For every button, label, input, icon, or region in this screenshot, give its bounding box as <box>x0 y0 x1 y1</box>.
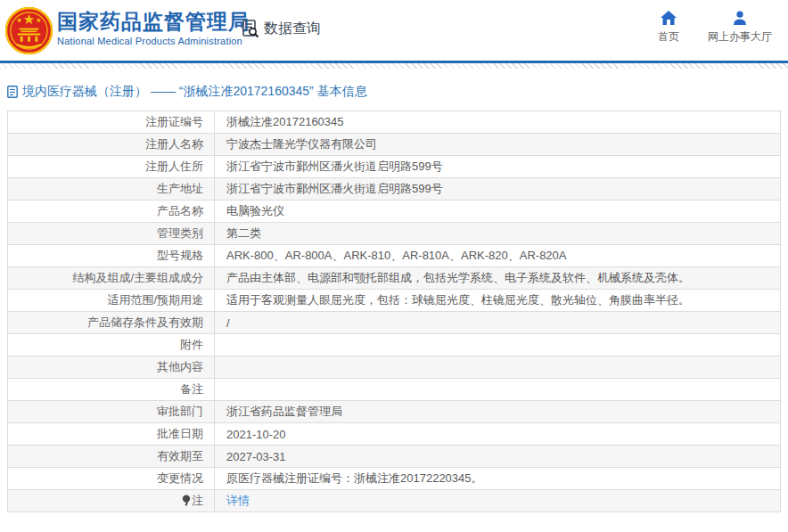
row-label: 注 <box>8 490 215 512</box>
row-value: 浙江省宁波市鄞州区潘火街道启明路599号 <box>215 156 781 178</box>
row-value-text: 适用于客观测量人眼屈光度，包括：球镜屈光度、柱镜屈光度、散光轴位、角膜曲率半径。 <box>226 293 690 307</box>
table-row: 注详情 <box>8 490 781 512</box>
row-value-text: 浙江省宁波市鄞州区潘火街道启明路599号 <box>226 182 443 195</box>
data-query-icon <box>241 19 260 38</box>
row-value: / <box>215 312 781 334</box>
row-value-text: 产品由主体部、电源部和颚托部组成，包括光学系统、电子系统及软件、机械系统及壳体。 <box>226 271 690 284</box>
row-label-text: 注册人住所 <box>145 160 203 173</box>
row-label: 结构及组成/主要组成成分 <box>8 267 215 290</box>
user-icon <box>733 11 747 25</box>
site-header: 国家药品监督管理局 National Medical Products Admi… <box>0 0 788 61</box>
row-value-text: 2021-10-20 <box>226 428 286 441</box>
home-icon <box>661 11 677 25</box>
row-value: 原医疗器械注册证编号：浙械注准20172220345。 <box>215 468 781 490</box>
row-label-text: 附件 <box>180 338 203 351</box>
row-label: 批准日期 <box>8 423 215 446</box>
nav-home-label: 首页 <box>658 29 679 45</box>
row-value-text: ARK-800、AR-800A、ARK-810、AR-810A、ARK-820、… <box>226 249 567 262</box>
table-row: 有效期至2027-03-31 <box>8 446 781 468</box>
site-subtitle: National Medical Products Administration <box>57 36 250 46</box>
row-value: ARK-800、AR-800A、ARK-810、AR-810A、ARK-820、… <box>215 245 781 267</box>
detail-link[interactable]: 详情 <box>226 494 250 507</box>
row-label-text: 其他内容 <box>157 360 203 373</box>
row-value-text: 2027-03-31 <box>226 450 286 463</box>
nav-service-hall-label: 网上办事大厅 <box>708 29 772 45</box>
row-label-text: 生产地址 <box>157 182 203 195</box>
row-value-text: 第二类 <box>226 226 261 240</box>
row-label-text: 备注 <box>180 382 203 396</box>
row-label-text: 管理类别 <box>157 226 203 240</box>
row-label-text: 变更情况 <box>157 471 203 485</box>
row-label: 管理类别 <box>8 223 215 245</box>
row-label-text: 有效期至 <box>157 449 203 462</box>
row-label: 备注 <box>8 379 215 401</box>
table-row: 适用范围/预期用途适用于客观测量人眼屈光度，包括：球镜屈光度、柱镜屈光度、散光轴… <box>8 290 781 312</box>
row-value: 浙江省药品监督管理局 <box>215 401 781 423</box>
row-label: 审批部门 <box>8 401 215 423</box>
page-title: 境内医疗器械（注册） —— “浙械注准20172160345” 基本信息 <box>7 84 788 100</box>
row-value-text: / <box>226 316 230 330</box>
row-value-text: 浙械注准20172160345 <box>226 115 344 128</box>
page-title-text: 境内医疗器械（注册） —— “浙械注准20172160345” 基本信息 <box>22 84 367 100</box>
row-label-text: 批准日期 <box>157 427 203 440</box>
table-row: 备注 <box>8 379 781 401</box>
row-value: 宁波杰士隆光学仪器有限公司 <box>215 134 781 156</box>
table-row: 生产地址浙江省宁波市鄞州区潘火街道启明路599号 <box>8 178 781 201</box>
brand-block: 国家药品监督管理局 National Medical Products Admi… <box>57 10 250 46</box>
row-label-text: 结构及组成/主要组成成分 <box>72 271 203 284</box>
row-value-text: 原医疗器械注册证编号：浙械注准20172220345。 <box>226 471 483 485</box>
nav-home[interactable]: 首页 <box>658 11 679 45</box>
nav-service-hall[interactable]: 网上办事大厅 <box>708 11 772 45</box>
row-value: 电脑验光仪 <box>215 201 781 223</box>
row-label-text: 审批部门 <box>157 405 203 418</box>
row-label: 变更情况 <box>8 468 215 490</box>
row-value <box>215 379 781 401</box>
row-label: 注册人名称 <box>8 134 215 156</box>
table-row: 审批部门浙江省药品监督管理局 <box>8 401 781 423</box>
row-value: 浙械注准20172160345 <box>215 111 781 134</box>
row-label-text: 注 <box>192 494 203 507</box>
table-row: 附件 <box>8 334 781 356</box>
row-label: 注册证编号 <box>8 111 215 134</box>
row-value: 浙江省宁波市鄞州区潘火街道启明路599号 <box>215 178 781 201</box>
table-row: 产品储存条件及有效期/ <box>8 312 781 334</box>
row-value-text: 浙江省药品监督管理局 <box>226 405 342 418</box>
row-label: 注册人住所 <box>8 156 215 178</box>
row-label-text: 适用范围/预期用途 <box>107 293 203 307</box>
row-value: 2027-03-31 <box>215 446 781 468</box>
table-row: 结构及组成/主要组成成分产品由主体部、电源部和颚托部组成，包括光学系统、电子系统… <box>8 267 781 290</box>
data-query-label: 数据查询 <box>264 20 321 38</box>
table-row: 注册人住所浙江省宁波市鄞州区潘火街道启明路599号 <box>8 156 781 178</box>
row-label-text: 型号规格 <box>157 249 203 262</box>
row-value: 详情 <box>215 490 781 512</box>
row-label-text: 注册人名称 <box>145 137 203 151</box>
row-label: 生产地址 <box>8 178 215 201</box>
header-nav: 首页 网上办事大厅 <box>658 11 772 45</box>
row-label: 其他内容 <box>8 356 215 379</box>
table-row: 变更情况原医疗器械注册证编号：浙械注准20172220345。 <box>8 468 781 490</box>
row-value <box>215 356 781 379</box>
table-row: 注册人名称宁波杰士隆光学仪器有限公司 <box>8 134 781 156</box>
row-value-text: 浙江省宁波市鄞州区潘火街道启明路599号 <box>226 160 443 173</box>
table-row: 型号规格ARK-800、AR-800A、ARK-810、AR-810A、ARK-… <box>8 245 781 267</box>
table-row: 管理类别第二类 <box>8 223 781 245</box>
site-title: 国家药品监督管理局 <box>57 10 250 33</box>
table-row: 其他内容 <box>8 356 781 379</box>
row-label: 型号规格 <box>8 245 215 267</box>
info-table: 注册证编号浙械注准20172160345注册人名称宁波杰士隆光学仪器有限公司注册… <box>7 110 781 512</box>
table-row: 批准日期2021-10-20 <box>8 423 781 446</box>
row-label: 产品名称 <box>8 201 215 223</box>
nav-data-query[interactable]: 数据查询 <box>241 19 321 38</box>
table-row: 注册证编号浙械注准20172160345 <box>8 111 781 134</box>
header-divider-hatch <box>0 63 788 69</box>
row-label-text: 注册证编号 <box>145 115 203 128</box>
row-value: 第二类 <box>215 223 781 245</box>
note-pin-icon <box>182 495 191 506</box>
row-label: 适用范围/预期用途 <box>8 290 215 312</box>
row-label-text: 产品储存条件及有效期 <box>87 315 203 329</box>
row-label-text: 产品名称 <box>157 204 203 217</box>
document-icon <box>7 86 18 98</box>
table-row: 产品名称电脑验光仪 <box>8 201 781 223</box>
row-value-text: 宁波杰士隆光学仪器有限公司 <box>226 137 377 151</box>
row-value <box>215 334 781 356</box>
